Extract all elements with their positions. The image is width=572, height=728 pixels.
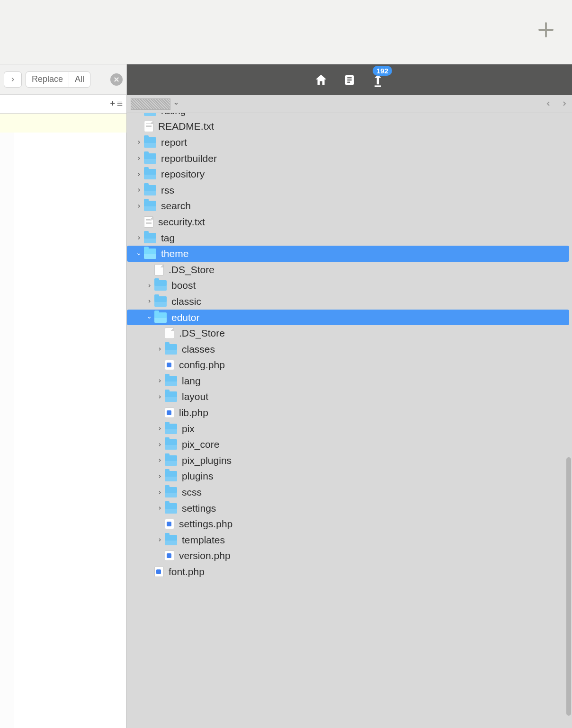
new-tab-button[interactable] [534, 18, 558, 42]
nav-back-button[interactable] [545, 98, 552, 110]
folder-row-lang[interactable]: lang [127, 373, 572, 389]
add-editor-button[interactable]: + [110, 98, 124, 108]
chevron-right-icon[interactable] [154, 458, 165, 463]
folder-row-classic[interactable]: classic [127, 293, 572, 310]
file-row--ds-store[interactable]: .DS_Store [127, 262, 572, 278]
chevron-right-icon[interactable] [154, 394, 165, 400]
breadcrumb-nav [545, 98, 568, 110]
folder-row-pix-plugins[interactable]: pix_plugins [127, 453, 572, 469]
home-icon[interactable] [313, 72, 329, 88]
folder-row-search[interactable]: search [127, 198, 572, 214]
search-nav-group [4, 71, 22, 88]
file-row-font-php[interactable]: font.php [127, 564, 572, 580]
folder-icon [165, 487, 177, 497]
folder-row-layout[interactable]: layout [127, 389, 572, 405]
folder-icon [165, 471, 177, 481]
chevron-right-icon[interactable] [134, 156, 144, 161]
tree-item-label: reportbuilder [161, 153, 217, 164]
file-tree[interactable]: ratingREADME.txtreportreportbuilderrepos… [127, 113, 572, 728]
folder-row-reportbuilder[interactable]: reportbuilder [127, 151, 572, 167]
chevron-right-icon[interactable] [154, 378, 165, 383]
chevron-right-icon[interactable] [134, 172, 144, 177]
folder-row-boost[interactable]: boost [127, 278, 572, 294]
chevron-right-icon[interactable] [154, 474, 165, 479]
text-file-icon [144, 121, 153, 132]
file-row-readme-txt[interactable]: README.txt [127, 119, 572, 135]
folder-row-settings[interactable]: settings [127, 500, 572, 516]
chevron-right-icon[interactable] [144, 283, 154, 288]
tree-item-label: config.php [179, 359, 225, 371]
tree-item-label: layout [182, 391, 208, 402]
close-search-button[interactable] [110, 73, 123, 86]
file-row-config-php[interactable]: config.php [127, 357, 572, 373]
window-top-area [0, 0, 572, 64]
nav-forward-button[interactable] [561, 98, 568, 110]
chevron-right-icon[interactable] [154, 426, 165, 431]
php-file-icon [165, 519, 174, 529]
folder-icon [154, 312, 167, 323]
folder-row-repository[interactable]: repository [127, 166, 572, 182]
folder-icon [165, 391, 177, 402]
tree-item-label: security.txt [158, 216, 205, 228]
folder-icon [165, 344, 177, 355]
folder-row-report[interactable]: report [127, 134, 572, 151]
folder-icon [165, 455, 177, 466]
tree-item-label: settings.php [179, 518, 232, 530]
folder-row-pix-core[interactable]: pix_core [127, 436, 572, 453]
scrollbar-thumb[interactable] [566, 457, 571, 716]
tree-item-label: pix_core [182, 439, 219, 450]
tree-item-label: rating [161, 113, 186, 116]
search-next-button[interactable] [4, 72, 21, 87]
tree-item-label: plugins [182, 471, 214, 482]
tree-item-label: edutor [171, 312, 200, 323]
replace-button[interactable]: Replace [26, 72, 69, 87]
folder-icon [144, 249, 156, 259]
chevron-down-icon[interactable] [173, 100, 179, 108]
chevron-right-icon[interactable] [154, 537, 165, 542]
folder-row-pix[interactable]: pix [127, 421, 572, 437]
folder-icon [165, 376, 177, 386]
chevron-right-icon[interactable] [134, 140, 144, 145]
folder-icon [144, 153, 156, 164]
file-row--ds-store[interactable]: .DS_Store [127, 325, 572, 341]
chevron-right-icon[interactable] [154, 506, 165, 511]
main-split: Replace All + [0, 64, 572, 728]
scrollbar-track[interactable] [565, 113, 572, 728]
folder-row-rss[interactable]: rss [127, 182, 572, 198]
chevron-right-icon[interactable] [154, 490, 165, 495]
chevron-right-icon[interactable] [134, 235, 144, 240]
file-row-security-txt[interactable]: security.txt [127, 214, 572, 230]
folder-row-tag[interactable]: tag [127, 230, 572, 246]
php-file-icon [154, 567, 164, 577]
folder-row-templates[interactable]: templates [127, 532, 572, 548]
chevron-down-icon[interactable] [147, 312, 152, 323]
chevron-right-icon[interactable] [134, 187, 144, 193]
chevron-right-icon[interactable] [154, 346, 165, 352]
file-row-version-php[interactable]: version.php [127, 548, 572, 564]
svg-rect-11 [375, 85, 381, 87]
notes-icon[interactable] [342, 72, 357, 88]
chevron-right-icon[interactable] [154, 442, 165, 447]
breadcrumb-segment[interactable] [131, 98, 170, 110]
tree-item-label: classic [171, 296, 201, 307]
editor-body[interactable] [0, 133, 126, 728]
folder-row-plugins[interactable]: plugins [127, 469, 572, 485]
folder-row-scss[interactable]: scss [127, 484, 572, 500]
file-row-settings-php[interactable]: settings.php [127, 516, 572, 532]
file-toolbar: 192 [127, 64, 572, 95]
folder-row-classes[interactable]: classes [127, 341, 572, 357]
chevron-down-icon[interactable] [136, 249, 142, 259]
tree-item-label: search [161, 200, 191, 212]
replace-all-button[interactable]: All [69, 72, 90, 87]
folder-row-theme[interactable]: theme [127, 246, 569, 262]
tree-item-label: .DS_Store [169, 264, 214, 275]
chevron-right-icon[interactable] [144, 299, 154, 304]
php-file-icon [165, 550, 174, 561]
file-row-lib-php[interactable]: lib.php [127, 405, 572, 421]
folder-row-rating[interactable]: rating [127, 113, 572, 119]
folder-icon [165, 424, 177, 434]
upload-icon[interactable]: 192 [370, 72, 385, 88]
folder-row-edutor[interactable]: edutor [127, 310, 569, 326]
tree-item-label: pix_plugins [182, 455, 232, 466]
chevron-right-icon[interactable] [134, 204, 144, 209]
